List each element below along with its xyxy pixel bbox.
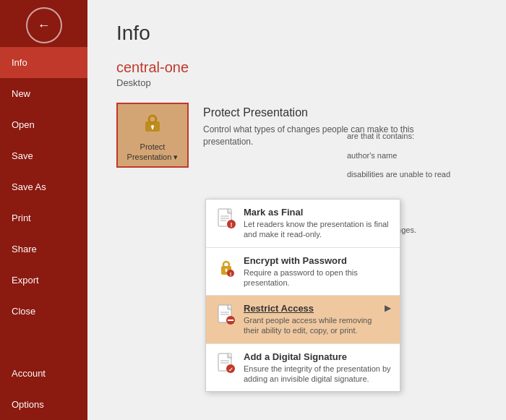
signature-title: Add a Digital Signature	[244, 351, 391, 362]
encrypt-desc: Require a password to open this presenta…	[244, 267, 391, 288]
sidebar-item-new[interactable]: New	[0, 78, 87, 109]
encrypt-icon: !	[215, 257, 238, 278]
svg-text:!: !	[231, 221, 233, 228]
signature-content: Add a Digital Signature Ensure the integ…	[244, 351, 391, 385]
mark-final-title: Mark as Final	[244, 207, 391, 218]
mark-final-desc: Let readers know the presentation is fin…	[244, 219, 391, 240]
sidebar-item-account[interactable]: Account	[0, 358, 87, 389]
file-name: central-one	[116, 59, 477, 76]
dropdown-item-signature[interactable]: ✓ Add a Digital Signature Ensure the int…	[206, 344, 400, 392]
sidebar-item-share[interactable]: Share	[0, 233, 87, 265]
svg-text:!: !	[230, 270, 232, 277]
svg-rect-13	[226, 270, 227, 272]
dropdown-item-encrypt[interactable]: ! Encrypt with Password Require a passwo…	[206, 248, 400, 296]
restrict-content: Restrict Access Grant people access whil…	[244, 303, 382, 336]
main-content: Info central-one Desktop ProtectPresenta…	[87, 0, 506, 420]
sidebar: ← Info New Open Save Save As Print Share…	[0, 0, 87, 420]
sidebar-item-options[interactable]: Options	[0, 389, 87, 420]
protect-dropdown-menu: ! Mark as Final Let readers know the pre…	[205, 199, 400, 392]
sidebar-item-info[interactable]: Info	[0, 47, 87, 78]
mark-final-content: Mark as Final Let readers know the prese…	[244, 207, 391, 240]
svg-rect-11	[223, 262, 229, 267]
mark-final-icon: !	[215, 208, 238, 230]
encrypt-content: Encrypt with Password Require a password…	[244, 255, 391, 288]
protect-button-label: ProtectPresentation ▾	[127, 142, 179, 161]
back-button[interactable]: ←	[26, 7, 62, 43]
svg-rect-1	[149, 116, 156, 123]
protect-icon	[140, 108, 166, 140]
sidebar-item-open[interactable]: Open	[0, 109, 87, 140]
dropdown-item-restrict[interactable]: Restrict Access Grant people access whil…	[206, 296, 400, 343]
file-location: Desktop	[116, 77, 477, 88]
encrypt-title: Encrypt with Password	[244, 255, 391, 266]
sidebar-item-print[interactable]: Print	[0, 202, 87, 233]
sidebar-item-save[interactable]: Save	[0, 140, 87, 171]
sidebar-item-save-as[interactable]: Save As	[0, 171, 87, 202]
protect-title: Protect Presentation	[203, 106, 463, 119]
sidebar-item-export[interactable]: Export	[0, 265, 87, 296]
sidebar-item-close[interactable]: Close	[0, 296, 87, 327]
svg-text:✓: ✓	[228, 366, 233, 372]
dropdown-item-mark-final[interactable]: ! Mark as Final Let readers know the pre…	[206, 200, 400, 247]
signature-icon: ✓	[215, 353, 238, 374]
restrict-title: Restrict Access	[244, 303, 382, 314]
protect-presentation-button[interactable]: ProtectPresentation ▾	[116, 103, 189, 168]
page-title: Info	[116, 22, 477, 45]
restrict-arrow: ▶	[382, 303, 391, 313]
restrict-icon	[215, 304, 238, 326]
signature-desc: Ensure the integrity of the presentation…	[244, 364, 391, 385]
restrict-desc: Grant people access while removing their…	[244, 315, 382, 336]
svg-rect-3	[152, 127, 153, 129]
